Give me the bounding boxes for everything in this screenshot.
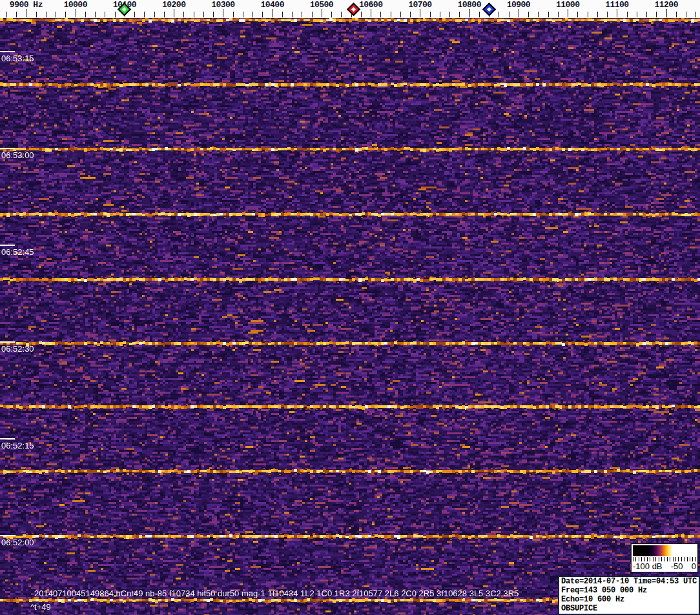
- minor-tick: [252, 12, 253, 17]
- freq-label: 10000: [63, 0, 87, 10]
- info-station: OBSUPICE: [561, 604, 697, 613]
- detection-status-line: 20140710045149864 hCnt49 nb-85 f10734 hi…: [34, 589, 519, 598]
- major-tick: [420, 9, 420, 17]
- db-label-mid: -50: [671, 562, 683, 571]
- freq-label: 10900: [507, 0, 531, 10]
- freq-label: 11100: [605, 0, 629, 10]
- db-scale-labels: -100 dB -50 0: [633, 562, 696, 571]
- minor-tick: [548, 12, 549, 17]
- time-tick: [0, 438, 15, 439]
- spectrogram-window: 9900 Hz100001010010200103001040010500106…: [0, 0, 700, 615]
- minor-tick: [243, 12, 243, 17]
- minor-tick: [695, 12, 696, 17]
- time-label: 06:52:30: [1, 344, 34, 354]
- minor-tick: [233, 12, 234, 17]
- minor-tick: [331, 12, 332, 17]
- time-tick: [0, 341, 15, 343]
- red-marker-diamond-icon[interactable]: [347, 3, 360, 16]
- freq-label: 10800: [457, 0, 481, 10]
- minor-tick: [430, 12, 431, 17]
- time-label: 06:53:15: [1, 54, 34, 63]
- major-tick: [568, 9, 568, 17]
- minor-tick: [656, 12, 657, 17]
- major-tick: [666, 9, 667, 17]
- minor-tick: [194, 12, 194, 17]
- minor-tick: [637, 12, 637, 17]
- time-tick: [0, 148, 15, 149]
- freq-label: 10500: [310, 0, 334, 10]
- minor-tick: [262, 12, 263, 17]
- major-tick: [223, 9, 223, 17]
- minor-tick: [213, 12, 214, 17]
- minor-tick: [115, 12, 116, 17]
- minor-tick: [36, 12, 37, 17]
- time-label: 06:52:45: [1, 247, 34, 257]
- major-tick: [273, 9, 273, 17]
- major-tick: [469, 9, 470, 17]
- minor-tick: [528, 12, 529, 17]
- minor-tick: [410, 12, 411, 17]
- minor-tick: [95, 12, 96, 17]
- time-tick: [0, 51, 15, 52]
- time-tick: [0, 245, 15, 246]
- minor-tick: [627, 12, 628, 17]
- minor-tick: [391, 12, 391, 17]
- major-tick: [519, 9, 519, 17]
- freq-label: 10600: [359, 0, 383, 10]
- observation-info-box: Date=2014-07-10 Time=04:53 UTC Freq=143 …: [558, 576, 700, 615]
- info-date-time: Date=2014-07-10 Time=04:53 UTC: [561, 577, 697, 586]
- minor-tick: [65, 12, 66, 17]
- minor-tick: [676, 12, 677, 17]
- db-gradient-bar: [633, 545, 696, 556]
- minor-tick: [538, 12, 539, 17]
- minor-tick: [459, 12, 460, 17]
- info-frequency: Freq=143 050 000 Hz: [561, 586, 697, 595]
- minor-tick: [479, 12, 480, 17]
- minor-tick: [302, 12, 302, 17]
- minor-tick: [292, 12, 293, 17]
- freq-label: 9900 Hz: [10, 0, 43, 10]
- major-tick: [617, 9, 617, 17]
- minor-tick: [164, 12, 165, 17]
- minor-tick: [341, 12, 342, 17]
- frequency-ruler[interactable]: 9900 Hz100001010010200103001040010500106…: [0, 0, 700, 18]
- minor-tick: [361, 12, 362, 17]
- minor-tick: [56, 12, 56, 17]
- major-tick: [76, 9, 76, 17]
- minor-tick: [46, 12, 46, 17]
- red-marker-center-dot: [351, 7, 356, 12]
- minor-tick: [597, 12, 598, 17]
- freq-label: 11000: [556, 0, 580, 10]
- major-tick: [174, 9, 174, 17]
- minor-tick: [85, 12, 86, 17]
- minor-tick: [400, 12, 401, 17]
- freq-label: 10700: [408, 0, 432, 10]
- time-label: 06:52:15: [1, 441, 34, 450]
- freq-label: 10300: [211, 0, 235, 10]
- minor-tick: [588, 12, 588, 17]
- major-tick: [322, 9, 322, 17]
- minor-tick: [312, 12, 313, 17]
- minor-tick: [686, 12, 686, 17]
- minor-tick: [509, 12, 510, 17]
- cursor-readout: ^t+49: [30, 602, 51, 612]
- minor-tick: [646, 12, 647, 17]
- minor-tick: [282, 12, 283, 17]
- minor-tick: [380, 12, 381, 17]
- minor-tick: [577, 12, 578, 17]
- db-color-scale: -100 dB -50 0: [631, 543, 698, 572]
- minor-tick: [105, 12, 105, 17]
- minor-tick: [203, 12, 204, 17]
- time-label: 06:52:00: [1, 538, 34, 547]
- spectrogram-canvas[interactable]: [0, 18, 700, 615]
- blue-marker-diamond-icon[interactable]: [482, 3, 496, 16]
- info-echo: Echo=10 600 Hz: [561, 595, 697, 604]
- minor-tick: [16, 12, 17, 17]
- minor-tick: [134, 12, 135, 17]
- minor-tick: [154, 12, 155, 17]
- time-label: 06:53:00: [1, 150, 34, 160]
- minor-tick: [558, 12, 559, 17]
- freq-label: 10200: [162, 0, 186, 10]
- db-label-min: -100 dB: [633, 562, 663, 571]
- freq-label: 10400: [260, 0, 284, 10]
